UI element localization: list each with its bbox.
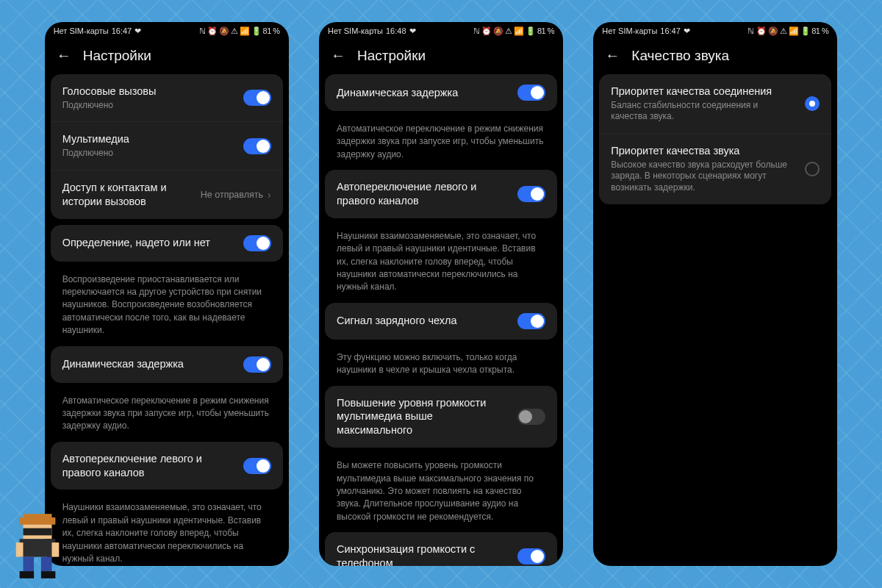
radio-button[interactable]: [805, 162, 820, 176]
channel-swap-row[interactable]: Автопереключение левого и правого канало…: [51, 442, 283, 490]
toggle-switch[interactable]: [517, 186, 545, 202]
settings-group: Автопереключение левого и правого канало…: [51, 442, 283, 490]
settings-content: Приоритет качества соединения Баланс ста…: [593, 74, 837, 566]
row-title: Голосовые вызовы: [62, 85, 234, 98]
svg-rect-1: [20, 517, 56, 525]
svg-rect-10: [41, 571, 56, 578]
settings-group: Динамическая задержка: [325, 74, 557, 111]
row-value: Не отправлять: [201, 190, 263, 200]
svg-rect-3: [24, 528, 52, 536]
phone-screen-3: Нет SIM-карты 16:47 ❤ ℕ ⏰ 🔕 ⚠ 📶 🔋 81 % ←…: [593, 22, 837, 566]
page-title: Качество звука: [631, 48, 729, 64]
status-bar: Нет SIM-карты 16:47 ❤ ℕ ⏰ 🔕 ⚠ 📶 🔋 81 %: [45, 22, 289, 40]
wear-detection-row[interactable]: Определение, надето или нет: [51, 225, 283, 262]
chevron-right-icon: ›: [268, 189, 271, 201]
row-title: Динамическая задержка: [337, 86, 509, 100]
row-title: Приоритет качества звука: [611, 144, 796, 158]
row-sub: Высокое качество звука расходует больше …: [611, 159, 796, 194]
row-title: Синхронизация громкости с телефоном: [337, 542, 509, 566]
settings-group: Динамическая задержка: [51, 346, 283, 383]
group-description: Вы можете повысить уровень громкости мул…: [325, 453, 557, 532]
row-title: Динамическая задержка: [62, 357, 234, 371]
clock: 16:48: [386, 26, 406, 35]
volume-sync-row[interactable]: Синхронизация громкости с телефоном: [325, 532, 557, 566]
case-signal-row[interactable]: Сигнал зарядного чехла: [325, 303, 557, 340]
row-sub: Подключено: [62, 100, 234, 112]
radio-button[interactable]: [805, 96, 820, 111]
row-title: Автопереключение левого и правого канало…: [337, 180, 509, 208]
svg-rect-6: [52, 542, 60, 557]
row-sub: Подключено: [62, 148, 234, 159]
clock: 16:47: [660, 26, 681, 35]
page-title: Настройки: [357, 48, 426, 64]
svg-rect-7: [24, 557, 35, 572]
toggle-switch[interactable]: [517, 313, 545, 329]
group-description: Наушники взаимозаменяемые, это означает,…: [51, 495, 283, 566]
status-icons: ℕ ⏰ 🔕 ⚠ 📶 🔋: [747, 26, 810, 36]
status-icons: ℕ ⏰ 🔕 ⚠ 📶 🔋: [473, 26, 536, 36]
settings-content: Голосовые вызовы Подключено Мультимедиа …: [45, 74, 289, 566]
voice-calls-row[interactable]: Голосовые вызовы Подключено: [51, 74, 283, 121]
heart-icon: ❤: [684, 26, 690, 36]
group-description: Автоматическое переключение в режим сниж…: [325, 117, 557, 170]
contacts-access-row[interactable]: Доступ к контактам и истории вызовов Не …: [51, 170, 283, 219]
status-icons: ℕ ⏰ 🔕 ⚠ 📶 🔋: [199, 26, 262, 36]
settings-group: Синхронизация громкости с телефоном: [325, 532, 557, 566]
status-bar: Нет SIM-карты 16:47 ❤ ℕ ⏰ 🔕 ⚠ 📶 🔋 81 %: [593, 22, 837, 40]
toggle-switch[interactable]: [517, 548, 545, 564]
battery-percent: 81 %: [537, 26, 554, 35]
channel-swap-row[interactable]: Автопереключение левого и правого канало…: [325, 170, 557, 218]
group-description: Автоматическое переключение в режим сниж…: [51, 389, 283, 442]
multimedia-row[interactable]: Мультимедиа Подключено: [51, 121, 283, 169]
settings-group: Автопереключение левого и правого канало…: [325, 170, 557, 218]
phone-screen-1: Нет SIM-карты 16:47 ❤ ℕ ⏰ 🔕 ⚠ 📶 🔋 81 % ←…: [45, 22, 289, 566]
sim-status: Нет SIM-карты: [602, 26, 657, 35]
toggle-switch[interactable]: [517, 85, 545, 101]
sound-quality-row[interactable]: Приоритет качества звука Высокое качеств…: [599, 133, 831, 204]
settings-group: Приоритет качества соединения Баланс ста…: [599, 74, 831, 204]
settings-group: Голосовые вызовы Подключено Мультимедиа …: [51, 74, 283, 219]
header: ← Настройки: [319, 40, 563, 74]
header: ← Качество звука: [593, 40, 837, 74]
toggle-switch[interactable]: [243, 458, 271, 474]
battery-percent: 81 %: [811, 26, 828, 35]
svg-rect-4: [20, 539, 56, 556]
toggle-switch[interactable]: [517, 409, 545, 425]
group-description: Наушники взаимозаменяемые, это означает,…: [325, 224, 557, 303]
svg-rect-9: [20, 571, 35, 578]
row-title: Доступ к контактам и истории вызовов: [62, 181, 192, 209]
row-title: Определение, надето или нет: [62, 236, 234, 250]
settings-content: Динамическая задержка Автоматическое пер…: [319, 74, 563, 566]
back-icon[interactable]: ←: [57, 47, 71, 64]
toggle-switch[interactable]: [243, 138, 271, 154]
back-icon[interactable]: ←: [331, 47, 345, 64]
volume-boost-row[interactable]: Повышение уровня громкости мультимедиа в…: [325, 386, 557, 448]
dynamic-latency-row[interactable]: Динамическая задержка: [51, 346, 283, 383]
heart-icon: ❤: [135, 26, 141, 36]
toggle-switch[interactable]: [243, 356, 271, 373]
group-description: Воспроизведение приостанавливается или п…: [51, 268, 283, 346]
pixel-avatar: [9, 513, 66, 579]
row-title: Повышение уровня громкости мультимедиа в…: [337, 396, 509, 438]
dynamic-latency-row[interactable]: Динамическая задержка: [325, 74, 557, 111]
header: ← Настройки: [45, 40, 289, 74]
sim-status: Нет SIM-карты: [54, 26, 109, 35]
row-title: Приоритет качества соединения: [611, 85, 796, 98]
clock: 16:47: [112, 26, 132, 35]
battery-percent: 81 %: [263, 26, 280, 35]
toggle-switch[interactable]: [243, 90, 271, 106]
svg-rect-8: [41, 557, 52, 572]
svg-rect-5: [16, 542, 24, 557]
toggle-switch[interactable]: [243, 235, 271, 251]
page-title: Настройки: [83, 48, 151, 64]
settings-group: Повышение уровня громкости мультимедиа в…: [325, 386, 557, 448]
back-icon[interactable]: ←: [605, 47, 620, 64]
row-sub: Баланс стабильности соединения и качеств…: [611, 100, 796, 123]
connection-quality-row[interactable]: Приоритет качества соединения Баланс ста…: [599, 74, 831, 133]
phone-screen-2: Нет SIM-карты 16:48 ❤ ℕ ⏰ 🔕 ⚠ 📶 🔋 81 % ←…: [319, 22, 563, 566]
group-description: Эту функцию можно включить, только когда…: [325, 345, 557, 386]
row-title: Сигнал зарядного чехла: [337, 314, 509, 328]
heart-icon: ❤: [409, 26, 416, 36]
row-title: Автопереключение левого и правого канало…: [62, 452, 234, 480]
sim-status: Нет SIM-карты: [328, 26, 383, 35]
